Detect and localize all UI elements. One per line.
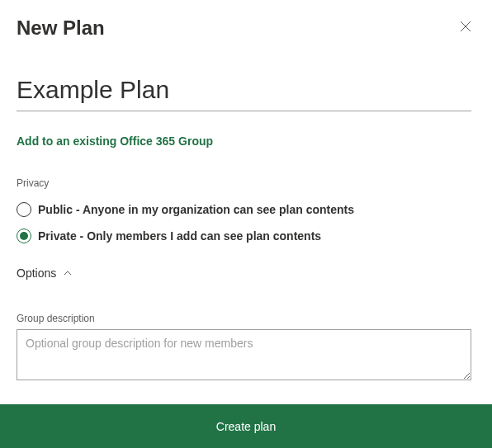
create-plan-button[interactable]: Create plan <box>0 404 492 448</box>
privacy-option-private[interactable]: Private - Only members I add can see pla… <box>17 229 475 243</box>
options-toggle-label: Options <box>17 266 56 280</box>
radio-label-public: Public - Anyone in my organization can s… <box>38 203 354 216</box>
close-icon <box>460 21 471 32</box>
plan-name-input[interactable] <box>17 73 471 111</box>
panel-footer: Create plan <box>0 404 492 448</box>
options-toggle[interactable]: Options <box>17 266 475 280</box>
radio-icon <box>17 229 31 243</box>
add-existing-group-link[interactable]: Add to an existing Office 365 Group <box>17 134 475 148</box>
new-plan-panel: New Plan Add to an existing Office 365 G… <box>0 0 492 448</box>
radio-label-private: Private - Only members I add can see pla… <box>38 229 321 243</box>
privacy-radio-group: Public - Anyone in my organization can s… <box>17 202 475 243</box>
group-description-label: Group description <box>17 313 475 324</box>
radio-icon <box>17 202 31 217</box>
panel-title: New Plan <box>17 17 105 40</box>
privacy-label: Privacy <box>17 177 475 189</box>
chevron-up-icon <box>63 268 73 278</box>
panel-header: New Plan <box>17 17 475 40</box>
close-button[interactable] <box>456 17 475 36</box>
group-description-textarea[interactable] <box>17 329 471 380</box>
privacy-option-public[interactable]: Public - Anyone in my organization can s… <box>17 202 475 217</box>
